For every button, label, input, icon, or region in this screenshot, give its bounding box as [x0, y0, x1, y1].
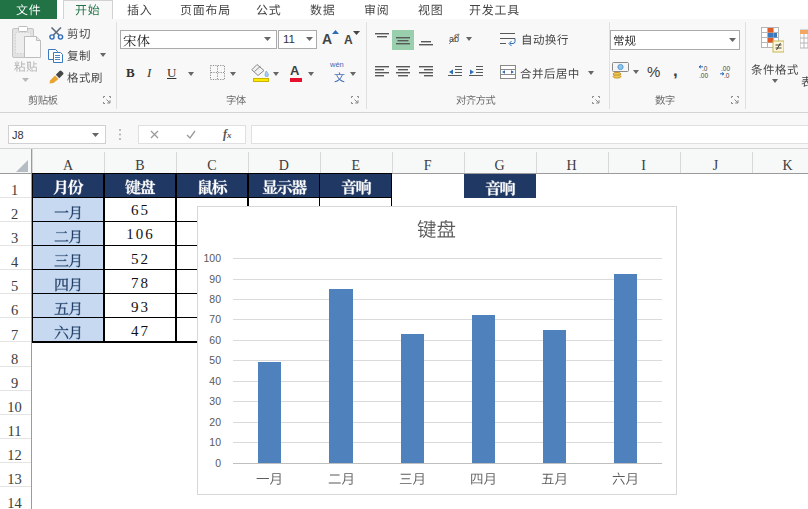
- svg-text:.0: .0: [724, 72, 730, 79]
- svg-text:ab: ab: [449, 34, 459, 44]
- svg-text:.0: .0: [702, 65, 708, 72]
- svg-text:.00: .00: [721, 65, 730, 72]
- svg-text:.00: .00: [699, 72, 708, 79]
